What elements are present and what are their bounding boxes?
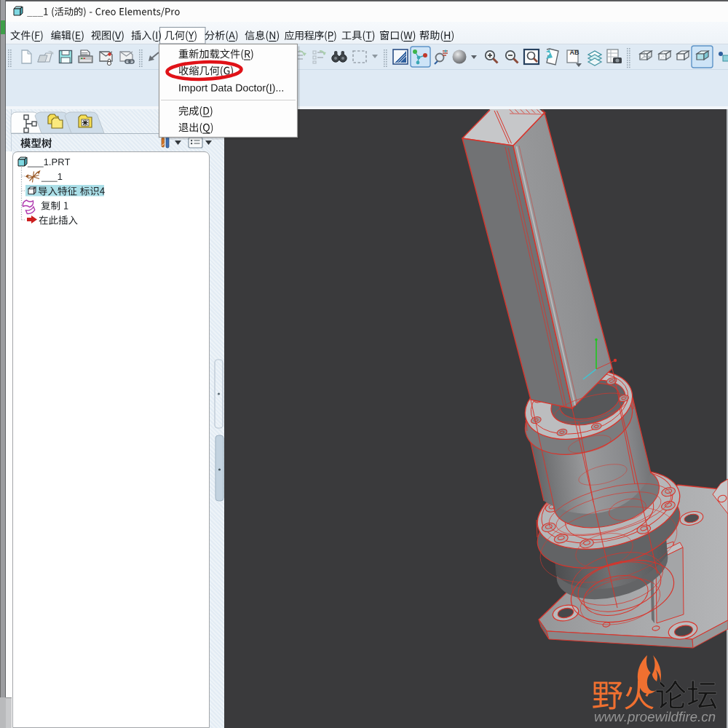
svg-text:AB: AB xyxy=(570,49,579,56)
